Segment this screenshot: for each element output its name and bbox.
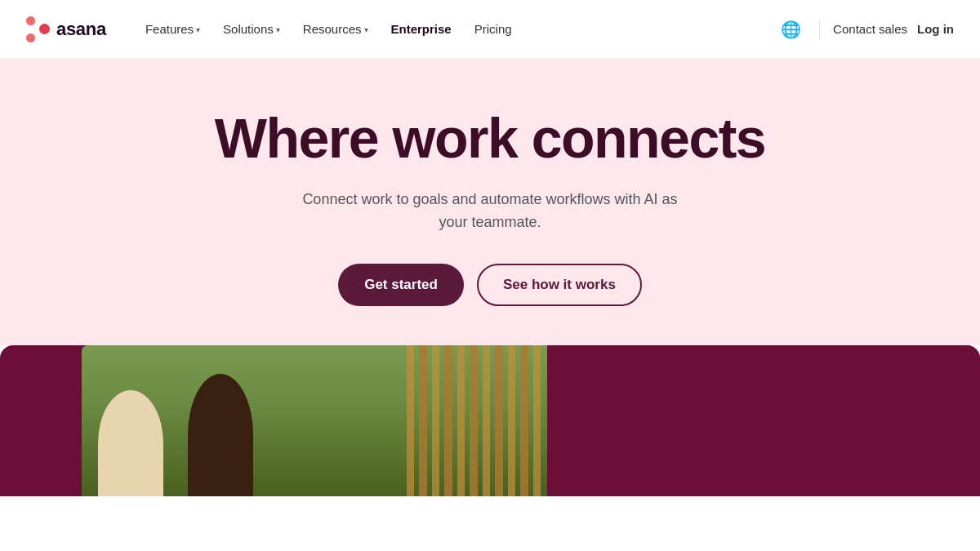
nav-features[interactable]: Features ▾ bbox=[136, 16, 210, 42]
nav-links: Features ▾ Solutions ▾ Resources ▾ Enter… bbox=[136, 16, 776, 42]
people-group bbox=[82, 366, 547, 496]
person-silhouette bbox=[188, 374, 253, 496]
logo-text: asana bbox=[56, 19, 106, 40]
bottom-right-area bbox=[547, 345, 980, 496]
bottom-section bbox=[0, 345, 980, 496]
nav-enterprise[interactable]: Enterprise bbox=[381, 16, 461, 42]
logo-dot-right bbox=[39, 24, 50, 34]
nav-pricing[interactable]: Pricing bbox=[465, 16, 522, 42]
nav-divider bbox=[819, 20, 820, 39]
logo[interactable]: asana bbox=[26, 16, 106, 42]
logo-dot-bottom bbox=[26, 33, 35, 42]
chevron-down-icon: ▾ bbox=[364, 25, 368, 34]
person-silhouette bbox=[98, 390, 163, 496]
hero-section: Where work connects Connect work to goal… bbox=[0, 59, 980, 345]
nav-solutions[interactable]: Solutions ▾ bbox=[213, 16, 290, 42]
nav-pricing-label: Pricing bbox=[474, 22, 512, 36]
nav-resources-label: Resources bbox=[303, 22, 362, 36]
globe-icon[interactable]: 🌐 bbox=[776, 15, 806, 44]
bottom-inner bbox=[0, 345, 980, 496]
nav-features-label: Features bbox=[145, 22, 194, 36]
login-link[interactable]: Log in bbox=[917, 22, 954, 36]
logo-icon bbox=[26, 16, 50, 42]
nav-solutions-label: Solutions bbox=[223, 22, 274, 36]
contact-sales-link[interactable]: Contact sales bbox=[833, 22, 907, 36]
hero-subtitle: Connect work to goals and automate workf… bbox=[294, 189, 686, 234]
hero-buttons: Get started See how it works bbox=[338, 264, 642, 306]
chevron-down-icon: ▾ bbox=[276, 25, 280, 34]
hero-image bbox=[82, 345, 547, 496]
hero-title: Where work connects bbox=[215, 108, 765, 169]
nav-enterprise-label: Enterprise bbox=[391, 22, 452, 36]
get-started-button[interactable]: Get started bbox=[338, 264, 464, 306]
chevron-down-icon: ▾ bbox=[196, 25, 200, 34]
nav-right: 🌐 Contact sales Log in bbox=[776, 15, 954, 44]
logo-dot-top bbox=[26, 16, 35, 25]
nav-resources[interactable]: Resources ▾ bbox=[293, 16, 378, 42]
see-how-button[interactable]: See how it works bbox=[477, 264, 642, 306]
main-nav: asana Features ▾ Solutions ▾ Resources ▾… bbox=[0, 0, 980, 59]
